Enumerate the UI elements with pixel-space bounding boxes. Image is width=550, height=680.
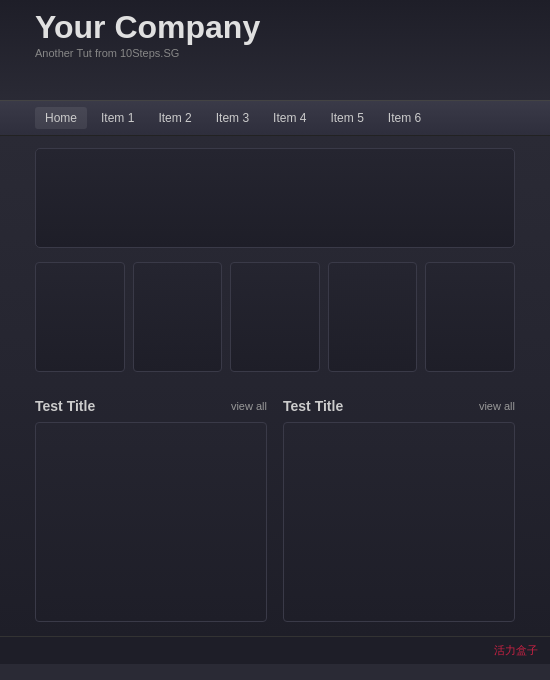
- lower-col-1-box: [35, 422, 267, 622]
- thumbnail-3: [230, 262, 320, 372]
- hero-banner: [35, 148, 515, 248]
- lower-col-2-header: Test Title view all: [283, 398, 515, 414]
- lower-col-1-view-all[interactable]: view all: [231, 400, 267, 412]
- lower-col-2: Test Title view all: [283, 398, 515, 622]
- thumbnail-2: [133, 262, 223, 372]
- footer-badge: 活力盒子: [494, 643, 538, 658]
- company-name: Your Company: [35, 10, 515, 45]
- lower-col-2-view-all[interactable]: view all: [479, 400, 515, 412]
- header: Your Company Another Tut from 10Steps.SG: [0, 0, 550, 100]
- lower-col-2-box: [283, 422, 515, 622]
- nav-item-home[interactable]: Home: [35, 107, 87, 129]
- nav-item-item-2[interactable]: Item 2: [148, 107, 201, 129]
- lower-col-1-header: Test Title view all: [35, 398, 267, 414]
- nav-item-item-6[interactable]: Item 6: [378, 107, 431, 129]
- nav-item-item-3[interactable]: Item 3: [206, 107, 259, 129]
- subtitle: Another Tut from 10Steps.SG: [35, 47, 515, 59]
- lower-col-1: Test Title view all: [35, 398, 267, 622]
- nav-item-item-4[interactable]: Item 4: [263, 107, 316, 129]
- lower-col-2-title: Test Title: [283, 398, 343, 414]
- footer: 活力盒子: [0, 636, 550, 664]
- thumbnail-row: [35, 262, 515, 372]
- thumbnail-5: [425, 262, 515, 372]
- main-content: [0, 136, 550, 384]
- thumbnail-1: [35, 262, 125, 372]
- nav-item-item-1[interactable]: Item 1: [91, 107, 144, 129]
- thumbnail-4: [328, 262, 418, 372]
- navigation: HomeItem 1Item 2Item 3Item 4Item 5Item 6: [0, 100, 550, 136]
- lower-col-1-title: Test Title: [35, 398, 95, 414]
- lower-section: Test Title view all Test Title view all: [0, 384, 550, 636]
- nav-item-item-5[interactable]: Item 5: [320, 107, 373, 129]
